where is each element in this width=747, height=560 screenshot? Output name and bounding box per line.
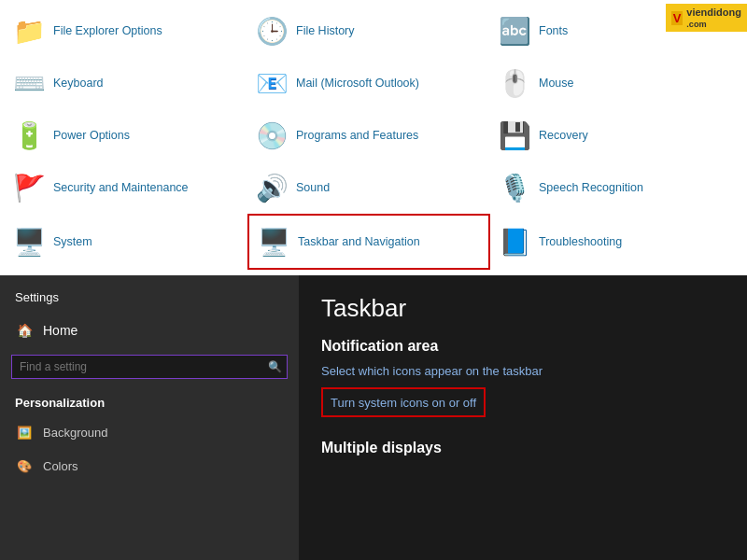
cp-item-mouse[interactable]: 🖱️Mouse <box>490 57 733 109</box>
settings-title: Settings <box>0 287 299 314</box>
cp-item-mail[interactable]: 📧Mail (Microsoft Outlook) <box>247 57 490 109</box>
watermark: V viendidong.com <box>666 4 747 32</box>
personalization-label: Personalization <box>0 386 299 415</box>
settings-content: Taskbar Notification area Select which i… <box>299 275 747 560</box>
taskbar-label: Taskbar and Navigation <box>298 235 420 249</box>
security-icon: 🚩 <box>12 171 46 204</box>
file-explorer-label: File Explorer Options <box>53 24 162 38</box>
troubleshoot-label: Troubleshooting <box>539 235 622 249</box>
file-history-icon: 🕒 <box>255 14 289 48</box>
cp-item-system[interactable]: 🖥️System <box>5 214 247 270</box>
cp-item-troubleshoot[interactable]: 📘Troubleshooting <box>490 214 733 270</box>
cp-item-file-history[interactable]: 🕒File History <box>247 5 490 57</box>
search-icon: 🔍 <box>268 360 282 373</box>
watermark-text: viendidong.com <box>686 7 741 29</box>
mouse-label: Mouse <box>539 77 574 91</box>
home-label: Home <box>43 323 78 338</box>
speech-label: Speech Recognition <box>539 181 643 195</box>
fonts-icon: 🔤 <box>498 14 531 48</box>
turn-system-icons-link[interactable]: Turn system icons on or off <box>331 396 476 410</box>
taskbar-title: Taskbar <box>321 294 725 323</box>
cp-item-programs[interactable]: 💿Programs and Features <box>247 109 490 161</box>
power-icon: 🔋 <box>12 119 46 152</box>
colors-icon: 🎨 <box>15 456 34 475</box>
sidebar-item-colors[interactable]: 🎨 Colors <box>0 449 299 483</box>
security-label: Security and Maintenance <box>53 181 189 195</box>
mail-icon: 📧 <box>255 66 289 100</box>
settings-sidebar: Settings 🏠 Home 🔍 Personalization 🖼️ Bac… <box>0 275 299 560</box>
sidebar-item-background[interactable]: 🖼️ Background <box>0 415 299 449</box>
cp-item-recovery[interactable]: 💾Recovery <box>490 109 733 161</box>
settings-home-button[interactable]: 🏠 Home <box>0 314 299 347</box>
file-explorer-icon: 📁 <box>12 14 46 48</box>
background-icon: 🖼️ <box>15 423 34 441</box>
home-icon: 🏠 <box>15 321 34 340</box>
power-label: Power Options <box>53 129 130 143</box>
background-label: Background <box>43 426 107 440</box>
turn-system-icons-box: Turn system icons on or off <box>321 387 486 417</box>
mouse-icon: 🖱️ <box>498 66 531 100</box>
colors-label: Colors <box>43 459 78 473</box>
file-history-label: File History <box>296 24 355 38</box>
select-icons-link[interactable]: Select which icons appear on the taskbar <box>321 364 725 378</box>
taskbar-icon: 🖥️ <box>257 225 290 259</box>
cp-item-workfolders[interactable]: 📁Work Folders <box>5 270 247 275</box>
recovery-icon: 💾 <box>498 119 531 152</box>
fonts-label: Fonts <box>539 24 568 38</box>
cp-item-speech[interactable]: 🎙️Speech Recognition <box>490 161 733 214</box>
control-panel-grid: 📁File Explorer Options🕒File History🔤Font… <box>0 0 747 275</box>
cp-item-security[interactable]: 🚩Security and Maintenance <box>5 161 247 214</box>
settings-search-input[interactable] <box>11 355 288 379</box>
sound-label: Sound <box>296 181 330 195</box>
multiple-displays-title: Multiple displays <box>321 440 725 456</box>
control-panel: V viendidong.com 📁File Explorer Options🕒… <box>0 0 747 275</box>
programs-icon: 💿 <box>255 119 289 152</box>
system-icon: 🖥️ <box>12 225 46 259</box>
cp-item-sound[interactable]: 🔊Sound <box>247 161 490 214</box>
keyboard-icon: ⌨️ <box>12 66 46 100</box>
watermark-v: V <box>671 11 684 25</box>
mail-label: Mail (Microsoft Outlook) <box>296 77 419 91</box>
system-label: System <box>53 235 92 249</box>
recovery-label: Recovery <box>539 129 588 143</box>
sound-icon: 🔊 <box>255 171 289 204</box>
programs-label: Programs and Features <box>296 129 418 143</box>
cp-item-keyboard[interactable]: ⌨️Keyboard <box>5 57 247 109</box>
notification-area-title: Notification area <box>321 338 725 355</box>
speech-icon: 🎙️ <box>498 171 531 204</box>
cp-item-file-explorer[interactable]: 📁File Explorer Options <box>5 5 247 57</box>
cp-item-power[interactable]: 🔋Power Options <box>5 109 247 161</box>
settings-area: Settings 🏠 Home 🔍 Personalization 🖼️ Bac… <box>0 275 747 560</box>
cp-item-taskbar[interactable]: 🖥️Taskbar and Navigation <box>247 214 490 270</box>
keyboard-label: Keyboard <box>53 77 104 91</box>
troubleshoot-icon: 📘 <box>498 225 531 259</box>
settings-search-box: 🔍 <box>11 355 288 379</box>
